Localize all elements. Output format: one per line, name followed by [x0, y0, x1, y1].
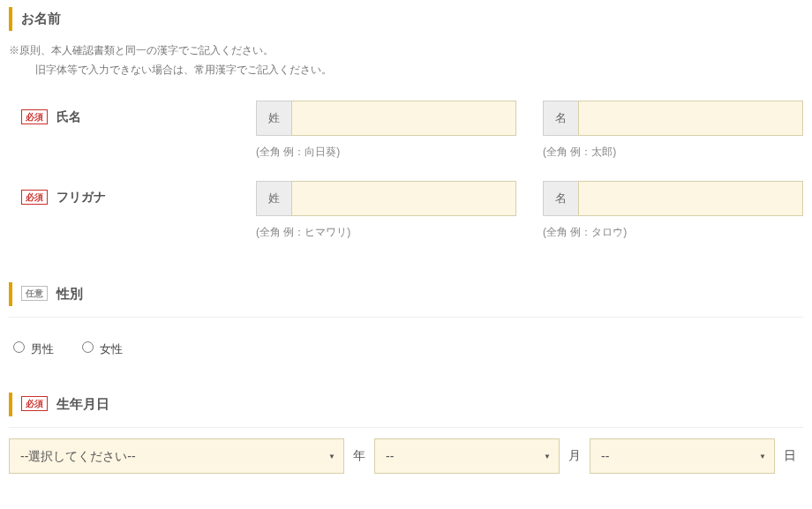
radio-male[interactable] — [13, 341, 25, 353]
input-pair-sei: 姓 — [256, 101, 516, 136]
note-line-2: 旧字体等で入力できない場合は、常用漢字でご記入ください。 — [9, 61, 803, 80]
input-pair-sei-kana: 姓 — [256, 181, 516, 216]
section-title-gender: 任意 性別 — [9, 282, 803, 306]
section-title-dob-text: 生年月日 — [56, 396, 109, 413]
section-title-name-text: お名前 — [21, 11, 61, 27]
input-sei[interactable] — [291, 101, 516, 136]
radio-label-female[interactable]: 女性 — [78, 342, 123, 356]
hint-mei-kana: (全角 例：タロウ) — [543, 225, 803, 240]
input-mei-kana[interactable] — [578, 181, 803, 216]
input-pair-mei: 名 — [543, 101, 803, 136]
radio-text-female: 女性 — [100, 342, 123, 356]
label-shimei: 氏名 — [56, 109, 81, 125]
hint-sei-kana: (全角 例：ヒマワリ) — [256, 225, 516, 240]
hint-mei: (全角 例：太郎) — [543, 145, 803, 160]
unit-month: 月 — [568, 448, 581, 464]
unit-day: 日 — [784, 448, 796, 464]
select-wrap-month: -- — [374, 438, 560, 474]
row-shimei: 必須 氏名 姓 (全角 例：向日葵) 名 (全角 例：太郎) — [9, 86, 803, 167]
radio-label-male[interactable]: 男性 — [9, 342, 56, 356]
radio-female[interactable] — [82, 341, 94, 353]
badge-optional: 任意 — [21, 286, 48, 301]
dob-row: --選択してください-- 年 -- 月 -- 日 — [9, 438, 803, 474]
select-era[interactable]: --選択してください-- — [9, 438, 344, 474]
prefix-sei: 姓 — [256, 101, 291, 136]
radio-text-male: 男性 — [31, 342, 54, 356]
row-label-furigana: 必須 フリガナ — [9, 181, 256, 206]
row-furigana: 必須 フリガナ 姓 (全角 例：ヒマワリ) 名 (全角 例：タロウ) — [9, 167, 803, 247]
select-month[interactable]: -- — [374, 438, 560, 474]
input-mei[interactable] — [578, 101, 803, 136]
unit-year: 年 — [353, 448, 365, 464]
hint-sei: (全角 例：向日葵) — [256, 145, 516, 160]
select-day[interactable]: -- — [590, 438, 775, 474]
divider — [9, 427, 803, 428]
radio-row-gender: 男性 女性 — [9, 328, 803, 357]
divider — [9, 317, 803, 318]
select-wrap-era: --選択してください-- — [9, 438, 344, 474]
section-title-gender-text: 性別 — [56, 286, 83, 303]
select-wrap-day: -- — [590, 438, 775, 474]
badge-required: 必須 — [21, 109, 48, 124]
label-furigana: フリガナ — [56, 190, 106, 206]
badge-required: 必須 — [21, 396, 48, 411]
input-pair-mei-kana: 名 — [543, 181, 803, 216]
prefix-mei: 名 — [543, 101, 578, 136]
section-title-dob: 必須 生年月日 — [9, 393, 803, 416]
prefix-mei-kana: 名 — [543, 181, 578, 216]
notes-block: ※原則、本人確認書類と同一の漢字でご記入ください。 旧字体等で入力できない場合は… — [9, 41, 803, 79]
note-line-1: ※原則、本人確認書類と同一の漢字でご記入ください。 — [9, 41, 803, 61]
prefix-sei-kana: 姓 — [256, 181, 291, 216]
section-title-name: お名前 — [9, 7, 803, 31]
badge-required: 必須 — [21, 190, 48, 205]
row-label-shimei: 必須 氏名 — [9, 101, 256, 125]
input-sei-kana[interactable] — [291, 181, 516, 216]
